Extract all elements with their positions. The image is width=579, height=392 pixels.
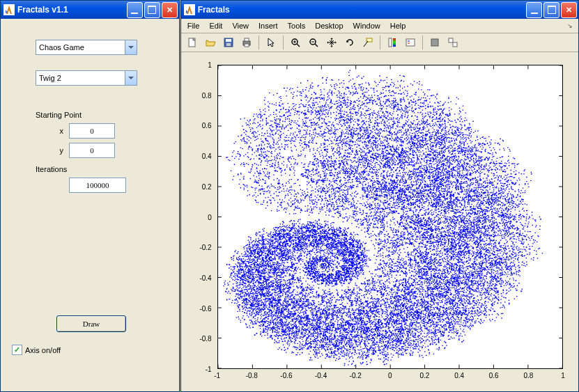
menu-desktop[interactable]: Desktop <box>310 20 348 31</box>
y-label: y <box>15 146 69 155</box>
menubar: File Edit View Insert Tools Desktop Wind… <box>181 19 578 33</box>
y-tick-label: 0 <box>208 213 212 221</box>
plot-panel: -1-0.8-0.6-0.4-0.200.20.40.60.81 -1-0.8-… <box>181 52 578 391</box>
print-icon[interactable] <box>238 34 255 51</box>
maximize-button[interactable] <box>543 2 559 18</box>
rotate-icon[interactable] <box>341 34 358 51</box>
pointer-icon[interactable] <box>263 34 279 51</box>
x-tick-label: 1 <box>561 372 565 379</box>
svg-rect-4 <box>226 39 231 42</box>
x-tick-label: -0.2 <box>350 372 362 379</box>
y-tick-label: -0.2 <box>199 244 211 251</box>
x-tick-label: -0.8 <box>246 372 258 379</box>
open-icon[interactable] <box>202 34 219 51</box>
svg-line-14 <box>315 44 318 47</box>
svg-rect-19 <box>393 38 396 47</box>
pan-icon[interactable] <box>323 34 340 51</box>
plot-canvas[interactable] <box>217 65 563 369</box>
method-dropdown-value: Chaos Game <box>39 43 84 52</box>
iterations-label: Iterations <box>36 165 165 173</box>
iterations-input[interactable] <box>69 178 126 193</box>
y-tick-label: 0.6 <box>202 122 212 130</box>
starting-point-label: Starting Point <box>36 111 165 119</box>
maximize-button[interactable] <box>144 2 160 18</box>
menu-view[interactable]: View <box>227 20 254 31</box>
toolbar <box>181 33 578 52</box>
svg-rect-23 <box>431 39 438 46</box>
menu-help[interactable]: Help <box>385 20 411 31</box>
menu-file[interactable]: File <box>183 20 205 31</box>
close-button[interactable]: ✕ <box>561 2 577 18</box>
y-axis-ticks: -1-0.8-0.6-0.4-0.200.20.40.60.81 <box>187 65 215 369</box>
y-tick-label: -0.6 <box>199 304 211 312</box>
y-input[interactable] <box>69 143 115 158</box>
window-title-right: Fractals <box>198 5 526 15</box>
y-tick-label: 0.8 <box>202 91 212 99</box>
svg-line-17 <box>364 41 368 47</box>
save-icon[interactable] <box>220 34 237 51</box>
axis-checkbox[interactable]: ✓ <box>12 345 22 355</box>
titlebar-right[interactable]: Fractals ✕ <box>181 1 578 19</box>
svg-rect-5 <box>226 43 231 46</box>
chevron-down-icon <box>125 40 137 54</box>
x-input[interactable] <box>69 123 115 139</box>
y-tick-label: -0.8 <box>199 335 211 343</box>
menu-tools[interactable]: Tools <box>283 20 311 31</box>
x-label: x <box>15 127 69 135</box>
y-tick-label: 1 <box>208 61 212 69</box>
figure-window: Fractals ✕ File Edit View Insert Tools D… <box>180 0 579 392</box>
matlab-icon <box>184 4 195 15</box>
x-tick-label: 0.2 <box>420 372 430 379</box>
x-tick-label: 0.8 <box>523 372 533 379</box>
preset-dropdown-value: Twig 2 <box>39 74 61 82</box>
y-tick-label: -1 <box>206 366 212 373</box>
draw-button[interactable]: Draw <box>56 315 126 332</box>
zoom-in-icon[interactable] <box>287 34 304 51</box>
show-plot-tools-icon[interactable] <box>445 34 461 51</box>
new-icon[interactable] <box>184 34 201 51</box>
titlebar-left[interactable]: Fractals v1.1 ✕ <box>1 1 179 19</box>
svg-rect-18 <box>389 38 392 47</box>
fractal-plot <box>218 65 562 368</box>
svg-rect-8 <box>245 44 249 47</box>
x-axis-ticks: -1-0.8-0.6-0.4-0.200.20.40.60.81 <box>217 372 563 383</box>
x-tick-label: -0.6 <box>280 372 292 379</box>
chevron-down-icon <box>125 71 137 85</box>
colorbar-icon[interactable] <box>384 34 401 51</box>
svg-rect-25 <box>453 42 457 47</box>
svg-rect-24 <box>449 38 453 42</box>
undock-icon[interactable]: ↘ <box>567 22 577 29</box>
svg-rect-7 <box>245 38 249 41</box>
x-tick-label: -1 <box>214 372 220 379</box>
y-tick-label: -0.4 <box>199 274 211 281</box>
matlab-icon <box>3 4 15 15</box>
control-panel: Chaos Game Twig 2 Starting Point x y Ite… <box>1 19 179 391</box>
close-button[interactable]: ✕ <box>162 2 178 18</box>
control-window: Fractals v1.1 ✕ Chaos Game Twig 2 Starti… <box>0 0 180 392</box>
minimize-button[interactable] <box>526 2 542 18</box>
datacursor-icon[interactable] <box>360 34 376 51</box>
hide-plot-tools-icon[interactable] <box>426 34 443 51</box>
y-tick-label: 0.4 <box>202 152 212 160</box>
menu-window[interactable]: Window <box>348 20 385 31</box>
svg-rect-20 <box>406 39 415 46</box>
menu-insert[interactable]: Insert <box>254 20 283 31</box>
x-tick-label: 0 <box>388 372 392 379</box>
menu-edit[interactable]: Edit <box>204 20 227 31</box>
preset-dropdown[interactable]: Twig 2 <box>36 70 137 86</box>
minimize-button[interactable] <box>127 2 143 18</box>
y-tick-label: 0.2 <box>202 182 212 190</box>
legend-icon[interactable] <box>402 34 419 51</box>
method-dropdown[interactable]: Chaos Game <box>36 40 137 55</box>
svg-line-10 <box>297 44 300 47</box>
axis-checkbox-label: Axis on/off <box>25 346 61 354</box>
x-tick-label: 0.6 <box>489 372 499 379</box>
x-tick-label: -0.4 <box>315 372 327 379</box>
window-title-left: Fractals v1.1 <box>17 5 127 15</box>
x-tick-label: 0.4 <box>454 372 464 379</box>
zoom-out-icon[interactable] <box>305 34 322 51</box>
